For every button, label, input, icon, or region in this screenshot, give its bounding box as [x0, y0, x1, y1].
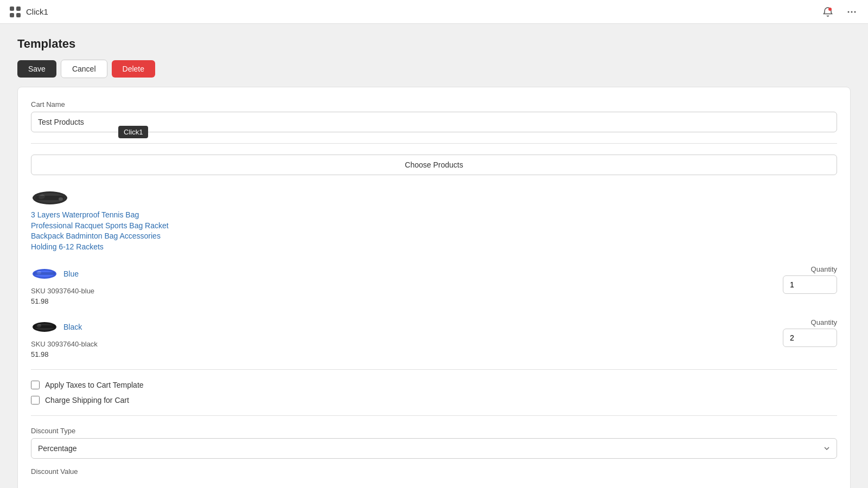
quantity-input-black[interactable]	[783, 329, 837, 347]
quantity-input-blue[interactable]	[783, 275, 837, 294]
variant-image-black	[31, 318, 58, 336]
svg-rect-3	[16, 13, 21, 17]
app-logo-icon	[9, 5, 22, 18]
apply-taxes-label: Apply Taxes to Cart Template	[45, 381, 144, 389]
svg-point-12	[59, 197, 63, 201]
svg-point-7	[854, 11, 856, 12]
sidebar-click1-label: Click1	[118, 126, 148, 138]
svg-rect-1	[16, 7, 21, 11]
apply-taxes-row: Apply Taxes to Cart Template	[31, 381, 837, 389]
top-bar-actions	[820, 4, 859, 20]
product-section: 3 Layers Waterproof Tennis Bag Professio…	[31, 186, 837, 358]
variant-info-blue: Blue SKU 30937640-blue 51.98	[31, 265, 94, 305]
main-content: Save Cancel Delete Cart Name Choose Prod…	[0, 60, 868, 488]
variant-row-black: Black SKU 30937640-black 51.98 Quantity	[31, 314, 837, 358]
svg-point-5	[848, 11, 850, 12]
notification-bell-button[interactable]	[820, 4, 835, 20]
quantity-section-blue: Quantity	[783, 265, 837, 294]
variant-color-link-black[interactable]: Black	[63, 323, 82, 331]
discount-type-label: Discount Type	[31, 427, 837, 435]
product-title-line3[interactable]: Backpack Badminton Bag Accessories	[31, 231, 837, 242]
cart-name-input[interactable]	[31, 112, 837, 132]
save-button[interactable]: Save	[17, 60, 56, 78]
discount-value-label: Discount Value	[31, 467, 837, 476]
quantity-label-blue: Quantity	[811, 265, 837, 273]
svg-point-6	[851, 11, 853, 12]
variant-color-link-blue[interactable]: Blue	[63, 269, 79, 278]
svg-rect-0	[10, 7, 14, 11]
product-main-image	[31, 186, 837, 210]
product-title-line2[interactable]: Professional Racquet Sports Bag Racket	[31, 221, 837, 232]
variant-price-blue: 51.98	[31, 297, 94, 305]
app-branding: Click1	[9, 5, 48, 18]
page-title: Templates	[0, 24, 868, 60]
variant-row-blue: Blue SKU 30937640-blue 51.98 Quantity	[31, 261, 837, 305]
variant-image-blue	[31, 265, 58, 282]
charge-shipping-row: Charge Shipping for Cart	[31, 396, 837, 404]
variant-image-wrapper-black: Black	[31, 318, 98, 336]
product-title-line4[interactable]: Holding 6-12 Rackets	[31, 242, 837, 253]
svg-rect-20	[34, 325, 55, 328]
discount-section: Discount Type Percentage Fixed Amount No…	[31, 427, 837, 459]
divider-3	[31, 415, 837, 416]
choose-products-button[interactable]: Choose Products	[31, 155, 837, 175]
quantity-section-black: Quantity	[783, 318, 837, 347]
cart-name-label: Cart Name	[31, 100, 837, 108]
variant-sku-black: SKU 30937640-black	[31, 340, 98, 348]
variant-image-wrapper-blue: Blue	[31, 265, 94, 282]
variant-info-black: Black SKU 30937640-black 51.98	[31, 318, 98, 358]
variant-sku-blue: SKU 30937640-blue	[31, 287, 94, 295]
delete-button[interactable]: Delete	[112, 60, 155, 78]
divider-1	[31, 143, 837, 144]
top-bar: Click1	[0, 0, 868, 24]
cart-name-section: Cart Name	[31, 100, 837, 132]
svg-point-4	[828, 8, 832, 11]
form-card: Cart Name Choose Products 3 Layers Water…	[17, 87, 851, 488]
svg-rect-16	[34, 272, 55, 275]
discount-type-select[interactable]: Percentage Fixed Amount None	[31, 438, 837, 459]
divider-2	[31, 369, 837, 370]
app-name: Click1	[26, 7, 48, 16]
variant-price-black: 51.98	[31, 350, 98, 358]
product-title-line1[interactable]: 3 Layers Waterproof Tennis Bag	[31, 210, 837, 221]
cancel-button[interactable]: Cancel	[61, 60, 107, 78]
apply-taxes-checkbox[interactable]	[31, 381, 40, 389]
svg-rect-2	[10, 13, 14, 17]
discount-value-section: Discount Value	[31, 467, 837, 476]
charge-shipping-checkbox[interactable]	[31, 396, 40, 404]
charge-shipping-label: Charge Shipping for Cart	[45, 396, 129, 404]
toolbar: Save Cancel Delete	[17, 60, 851, 78]
more-options-button[interactable]	[844, 4, 859, 20]
quantity-label-black: Quantity	[811, 318, 837, 326]
